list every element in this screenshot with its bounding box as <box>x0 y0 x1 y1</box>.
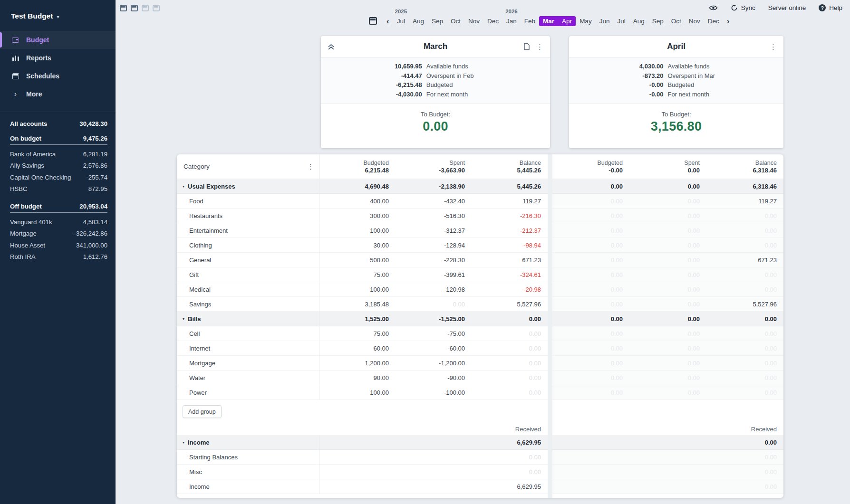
sidebar-account-row[interactable]: Vanguard 401k4,583.14 <box>10 216 107 228</box>
received-cell[interactable]: 0.00 <box>319 450 548 465</box>
balance-cell[interactable]: 0.00 <box>706 209 783 223</box>
collapse-summary-button[interactable] <box>328 44 335 50</box>
spent-cell[interactable]: 0.00 <box>629 179 706 194</box>
three-months-view-toggle-icon[interactable] <box>142 5 149 11</box>
received-cell[interactable]: 6,629.95 <box>319 435 548 450</box>
balance-cell[interactable]: 0.00 <box>706 371 783 385</box>
month-jul-12[interactable]: Jul <box>613 16 629 26</box>
spent-cell[interactable]: 0.00 <box>629 238 706 253</box>
budgeted-cell[interactable]: 0.00 <box>552 385 629 400</box>
category-name-cell[interactable]: Mortgage <box>177 356 319 371</box>
one-month-view-toggle-icon[interactable] <box>120 5 127 11</box>
spent-cell[interactable]: 0.00 <box>629 297 706 312</box>
balance-cell[interactable]: 0.00 <box>706 326 783 341</box>
balance-cell[interactable]: 0.00 <box>472 341 548 356</box>
spent-cell[interactable]: -100.00 <box>396 385 472 400</box>
next-month-button[interactable]: › <box>723 17 734 25</box>
calendar-picker-icon[interactable] <box>369 17 377 25</box>
spent-cell[interactable]: 0.00 <box>629 194 706 209</box>
balance-total[interactable]: 5,445.26 <box>517 167 541 174</box>
month-dec-5[interactable]: Dec <box>483 16 502 26</box>
received-cell[interactable]: 0.00 <box>552 479 783 494</box>
spent-total[interactable]: -3,663.90 <box>439 167 465 174</box>
two-months-view-toggle-icon[interactable] <box>131 5 138 11</box>
category-name-cell[interactable]: Misc <box>177 465 319 479</box>
budgeted-cell[interactable]: 100.00 <box>319 282 396 297</box>
balance-cell[interactable]: -212.37 <box>472 223 548 238</box>
balance-cell[interactable]: 0.00 <box>706 282 783 297</box>
category-name-cell[interactable]: Power <box>177 385 319 400</box>
collapse-triangle-icon[interactable]: ▾ <box>183 440 184 445</box>
server-status[interactable]: Server online <box>768 4 806 11</box>
balance-cell[interactable]: 6,318.46 <box>706 179 783 194</box>
spent-cell[interactable]: -399.61 <box>396 267 472 282</box>
balance-cell[interactable]: 0.00 <box>472 356 548 371</box>
sidebar-item-reports[interactable]: Reports <box>0 49 116 67</box>
balance-cell[interactable]: 0.00 <box>706 341 783 356</box>
sidebar-item-all-accounts[interactable]: All accounts 30,428.30 <box>10 120 107 127</box>
category-name-cell[interactable]: Medical <box>177 282 319 297</box>
month-nov-16[interactable]: Nov <box>685 16 704 26</box>
month-menu-button[interactable]: ⋮ <box>770 43 777 50</box>
spent-cell[interactable]: 0.00 <box>629 341 706 356</box>
received-cell[interactable]: 0.00 <box>552 450 783 465</box>
budgeted-cell[interactable]: 3,185.48 <box>319 297 396 312</box>
category-name-cell[interactable]: Water <box>177 371 319 385</box>
spent-cell[interactable]: -2,138.90 <box>396 179 472 194</box>
collapse-triangle-icon[interactable]: ▾ <box>183 184 184 189</box>
budgeted-total[interactable]: 6,215.48 <box>365 167 389 174</box>
balance-cell[interactable]: 0.00 <box>472 326 548 341</box>
received-cell[interactable]: 0.00 <box>552 435 783 450</box>
spent-cell[interactable]: -128.94 <box>396 238 472 253</box>
sidebar-account-row[interactable]: Roth IRA1,612.76 <box>10 251 107 263</box>
month-may-10[interactable]: May <box>576 16 596 26</box>
category-name-cell[interactable]: Entertainment <box>177 223 319 238</box>
sidebar-account-row[interactable]: Capital One Checking-255.74 <box>10 171 107 183</box>
month-feb-7[interactable]: Feb <box>521 16 539 26</box>
to-budget-value[interactable]: 3,156.80 <box>651 119 702 134</box>
spent-cell[interactable]: -1,200.00 <box>396 356 472 371</box>
collapse-triangle-icon[interactable]: ▾ <box>183 317 184 321</box>
budget-file-menu[interactable]: Test Budget ▾ <box>0 0 116 20</box>
sidebar-account-row[interactable]: Ally Savings2,576.86 <box>10 160 107 172</box>
budgeted-cell[interactable]: 100.00 <box>319 385 396 400</box>
category-name-cell[interactable]: Income <box>177 479 319 494</box>
sync-button[interactable]: Sync <box>731 4 755 11</box>
spent-cell[interactable]: -75.00 <box>396 326 472 341</box>
month-mar-8[interactable]: Mar <box>539 16 558 26</box>
spent-cell[interactable]: -1,525.00 <box>396 312 472 326</box>
spent-cell[interactable]: -60.00 <box>396 341 472 356</box>
balance-cell[interactable]: -20.98 <box>472 282 548 297</box>
budgeted-cell[interactable]: 0.00 <box>552 209 629 223</box>
spent-cell[interactable]: -516.30 <box>396 209 472 223</box>
balance-cell[interactable]: -98.94 <box>472 238 548 253</box>
balance-cell[interactable]: 0.00 <box>706 267 783 282</box>
spent-cell[interactable]: 0.00 <box>629 312 706 326</box>
balance-cell[interactable]: 5,527.96 <box>472 297 548 312</box>
budgeted-cell[interactable]: 0.00 <box>552 267 629 282</box>
four-months-view-toggle-icon[interactable] <box>153 5 160 11</box>
spent-cell[interactable]: 0.00 <box>629 223 706 238</box>
sidebar-account-row[interactable]: Bank of America6,281.19 <box>10 148 107 160</box>
category-name-cell[interactable]: Restaurants <box>177 209 319 223</box>
previous-month-button[interactable]: ‹ <box>383 17 393 25</box>
month-oct-3[interactable]: Oct <box>447 16 464 26</box>
budgeted-cell[interactable]: 1,200.00 <box>319 356 396 371</box>
budgeted-cell[interactable]: 60.00 <box>319 341 396 356</box>
budgeted-cell[interactable]: 30.00 <box>319 238 396 253</box>
month-jul-0[interactable]: Jul <box>393 16 409 26</box>
budgeted-cell[interactable]: 0.00 <box>552 326 629 341</box>
help-button[interactable]: ? Help <box>819 4 842 11</box>
budgeted-cell[interactable]: 400.00 <box>319 194 396 209</box>
sidebar-item-schedules[interactable]: Schedules <box>0 67 116 85</box>
spent-cell[interactable]: -432.40 <box>396 194 472 209</box>
budgeted-cell[interactable]: 4,690.48 <box>319 179 396 194</box>
month-aug-1[interactable]: Aug <box>409 16 428 26</box>
balance-cell[interactable]: 671.23 <box>472 253 548 267</box>
account-section-header[interactable]: On budget9,475.26 <box>10 135 107 145</box>
balance-cell[interactable]: -216.30 <box>472 209 548 223</box>
category-menu-button[interactable]: ⋮ <box>307 163 314 170</box>
sidebar-account-row[interactable]: Mortgage-326,242.86 <box>10 228 107 240</box>
balance-cell[interactable]: 5,445.26 <box>472 179 548 194</box>
spent-cell[interactable]: -312.37 <box>396 223 472 238</box>
